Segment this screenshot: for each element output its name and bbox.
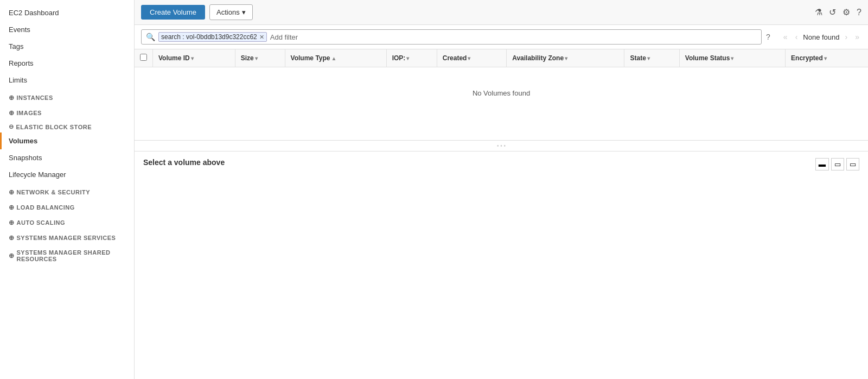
sidebar-item-reports[interactable]: Reports <box>0 55 134 72</box>
search-tag-text: search : vol-0bddb13d9c322cc62 <box>161 33 257 41</box>
sidebar-item-snapshots[interactable]: Snapshots <box>0 149 134 166</box>
sidebar-section-label-instances: INSTANCES <box>17 94 53 101</box>
table-container: Volume ID▾Size▾Volume Type▲IOP:▾Created▾… <box>135 49 868 141</box>
sort-icon-encrypted: ▾ <box>824 55 827 61</box>
actions-chevron-icon: ▾ <box>242 8 246 16</box>
sidebar-item-tags[interactable]: Tags <box>0 38 134 55</box>
plus-icon: ⊕ <box>9 94 15 102</box>
search-tag-close[interactable]: ✕ <box>259 34 264 41</box>
toolbar: Create Volume Actions ▾ ⚗ ↺ ⚙ ? <box>135 0 868 25</box>
sidebar-section-load-balancing[interactable]: ⊕LOAD BALANCING <box>0 198 134 213</box>
search-help-icon[interactable]: ? <box>766 33 770 41</box>
main-content: Create Volume Actions ▾ ⚗ ↺ ⚙ ? 🔍 search… <box>135 0 868 379</box>
divider-dots: • • • <box>135 141 868 151</box>
col-state[interactable]: State▾ <box>624 49 679 67</box>
sort-icon-volume-type: ▲ <box>331 55 337 61</box>
pagination-none-found: None found <box>803 33 839 41</box>
col-volume-type[interactable]: Volume Type▲ <box>285 49 386 67</box>
sidebar-section-label-systems-manager-services: SYSTEMS MANAGER SERVICES <box>17 235 116 241</box>
plus-icon: ⊕ <box>9 252 15 260</box>
plus-icon: ⊕ <box>9 219 15 226</box>
col-volume-id[interactable]: Volume ID▾ <box>153 49 235 67</box>
panel-view2-button[interactable]: ▭ <box>831 158 844 170</box>
col-label-volume-type: Volume Type <box>291 54 330 62</box>
panel-view3-button[interactable]: ▭ <box>846 158 859 170</box>
sidebar-section-label-load-balancing: LOAD BALANCING <box>17 204 75 211</box>
select-all-checkbox-col[interactable] <box>135 49 153 67</box>
sort-icon-iops: ▾ <box>406 55 409 61</box>
sidebar-section-network-security[interactable]: ⊕NETWORK & SECURITY <box>0 183 134 198</box>
sidebar-section-label-elastic-block-store: ELASTIC BLOCK STORE <box>16 124 92 130</box>
plus-icon: ⊕ <box>9 234 15 242</box>
bottom-panel: Select a volume above ▬ ▭ ▭ <box>135 151 868 379</box>
col-iops[interactable]: IOP:▾ <box>386 49 437 67</box>
pagination-prev[interactable]: ‹ <box>793 31 800 42</box>
actions-button[interactable]: Actions ▾ <box>209 4 253 20</box>
add-filter[interactable]: Add filter <box>270 33 298 41</box>
sort-icon-size: ▾ <box>255 55 258 61</box>
col-label-iops: IOP: <box>392 54 406 62</box>
col-size[interactable]: Size▾ <box>235 49 285 67</box>
volumes-table: Volume ID▾Size▾Volume Type▲IOP:▾Created▾… <box>135 49 868 119</box>
pagination-next[interactable]: › <box>843 31 850 42</box>
sort-icon-volume-status: ▾ <box>731 55 733 61</box>
sidebar: EC2 DashboardEventsTagsReportsLimits ⊕IN… <box>0 0 135 379</box>
sidebar-section-elastic-block-store[interactable]: ⊖ELASTIC BLOCK STORE <box>0 119 134 132</box>
refresh-icon[interactable]: ↺ <box>829 7 836 17</box>
sidebar-item-events[interactable]: Events <box>0 21 134 38</box>
col-encrypted[interactable]: Encrypted▾ <box>786 49 868 67</box>
sidebar-item-volumes[interactable]: Volumes <box>0 132 134 149</box>
plus-icon: ⊕ <box>9 204 15 211</box>
sidebar-section-instances[interactable]: ⊕INSTANCES <box>0 89 134 104</box>
col-label-state: State <box>630 54 646 62</box>
bottom-panel-title: Select a volume above <box>143 158 225 167</box>
plus-icon: ⊕ <box>9 188 15 196</box>
bottom-panel-icons: ▬ ▭ ▭ <box>815 158 859 170</box>
sort-icon-created: ▾ <box>468 55 470 61</box>
panel-view1-button[interactable]: ▬ <box>815 158 829 170</box>
search-container: 🔍 search : vol-0bddb13d9c322cc62 ✕ Add f… <box>141 29 762 45</box>
col-label-created: Created <box>443 54 467 62</box>
sidebar-section-auto-scaling[interactable]: ⊕AUTO SCALING <box>0 213 134 229</box>
col-label-encrypted: Encrypted <box>791 54 823 62</box>
col-label-size: Size <box>241 54 254 62</box>
col-volume-status[interactable]: Volume Status▾ <box>679 49 785 67</box>
col-label-volume-id: Volume ID <box>158 54 190 62</box>
sort-icon-availability-zone: ▾ <box>565 55 567 61</box>
sidebar-item-ec2-dashboard[interactable]: EC2 Dashboard <box>0 4 134 21</box>
create-volume-button[interactable]: Create Volume <box>141 5 205 20</box>
search-tag: search : vol-0bddb13d9c322cc62 ✕ <box>158 32 267 42</box>
pagination-last[interactable]: » <box>853 31 861 42</box>
panel-view2-icon: ▭ <box>834 160 841 168</box>
sidebar-section-label-images: IMAGES <box>17 110 42 116</box>
actions-label: Actions <box>216 8 240 16</box>
sidebar-section-label-systems-manager-shared: SYSTEMS MANAGER SHARED RESOURCES <box>17 249 126 262</box>
panel-view3-icon: ▭ <box>850 160 856 168</box>
sidebar-item-limits[interactable]: Limits <box>0 72 134 89</box>
col-created[interactable]: Created▾ <box>437 49 506 67</box>
sort-icon-volume-id: ▾ <box>191 55 194 61</box>
no-data-message: No Volumes found <box>135 67 868 119</box>
sidebar-section-systems-manager-shared[interactable]: ⊕SYSTEMS MANAGER SHARED RESOURCES <box>0 244 134 264</box>
sort-icon-state: ▾ <box>647 55 650 61</box>
help-icon[interactable]: ? <box>857 8 861 17</box>
panel-view1-icon: ▬ <box>819 160 826 168</box>
col-availability-zone[interactable]: Availability Zone▾ <box>507 49 624 67</box>
settings-icon[interactable]: ⚙ <box>843 7 850 17</box>
sidebar-section-systems-manager-services[interactable]: ⊕SYSTEMS MANAGER SERVICES <box>0 229 134 244</box>
sidebar-section-label-auto-scaling: AUTO SCALING <box>17 219 66 226</box>
sidebar-item-lifecycle-manager[interactable]: Lifecycle Manager <box>0 166 134 183</box>
col-label-volume-status: Volume Status <box>685 54 730 62</box>
plus-icon: ⊕ <box>9 109 15 117</box>
sidebar-section-images[interactable]: ⊕IMAGES <box>0 104 134 119</box>
minus-icon: ⊖ <box>9 123 14 130</box>
sidebar-section-label-network-security: NETWORK & SECURITY <box>17 189 91 195</box>
pagination-first[interactable]: « <box>781 31 790 42</box>
select-all-checkbox[interactable] <box>140 54 147 61</box>
search-icon: 🔍 <box>146 33 155 41</box>
col-label-availability-zone: Availability Zone <box>512 54 564 62</box>
pagination: « ‹ None found › » <box>781 31 861 42</box>
toolbar-right: ⚗ ↺ ⚙ ? <box>815 7 861 17</box>
beaker-icon[interactable]: ⚗ <box>815 7 822 17</box>
search-bar: 🔍 search : vol-0bddb13d9c322cc62 ✕ Add f… <box>135 25 868 49</box>
